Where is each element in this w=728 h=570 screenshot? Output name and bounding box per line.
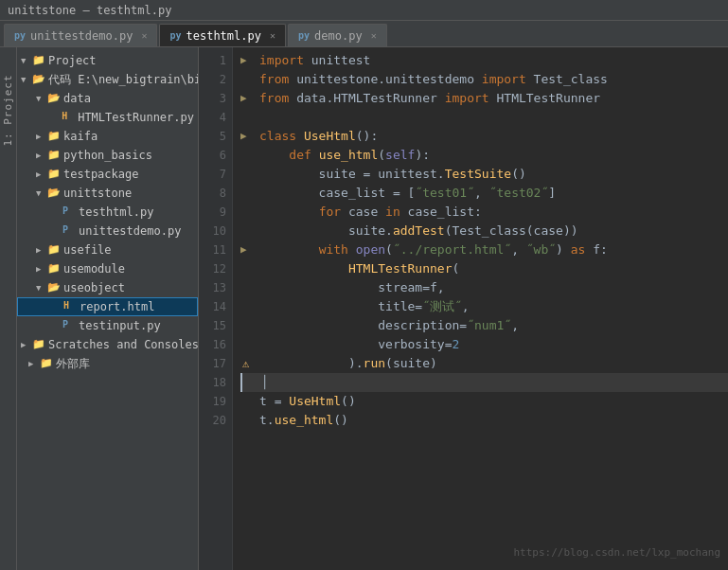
tree-kaifa-folder[interactable]: ▶ 📁 kaifa xyxy=(17,127,198,146)
tree-project-root[interactable]: ▼ 📁 Project xyxy=(17,51,198,70)
string-title: ˝测试˝ xyxy=(422,297,462,316)
tree-item-label: Scratches and Consoles xyxy=(48,338,199,351)
line-num-8: 8 xyxy=(199,184,226,203)
tree-htmltestrunner-file[interactable]: ▶ H HTMLTestRunner.py xyxy=(17,108,198,127)
tab-demo[interactable]: py demo.py ✕ xyxy=(288,24,387,46)
tree-item-label: testhtml.py xyxy=(79,205,153,219)
keyword-import3: import xyxy=(445,89,489,108)
tree-data-folder[interactable]: ▼ 📂 data xyxy=(17,89,198,108)
tab-testhtml[interactable]: py testhtml.py ✕ xyxy=(159,24,286,46)
folder-open-icon: 📂 xyxy=(47,187,61,200)
folder-icon: 📁 xyxy=(47,130,61,143)
line-num-7: 7 xyxy=(199,165,226,184)
main-area: 1: Project ▼ 📁 Project ▼ 📂 代码 E:\new_big… xyxy=(0,47,728,570)
tree-item-label: testinput.py xyxy=(79,319,161,332)
code-line-11: ▶ with open(˝../report.html˝, ˝wb˝) as f… xyxy=(240,240,728,259)
tree-testinput-file[interactable]: ▶ P testinput.py xyxy=(17,316,198,335)
py-file-icon: P xyxy=(62,205,76,219)
py-icon: py xyxy=(169,30,181,41)
py-file-icon: P xyxy=(62,319,76,332)
line-num-14: 14 xyxy=(199,297,226,316)
builtin-open: open xyxy=(356,240,385,259)
run-marker-5: ▶ xyxy=(240,127,247,146)
tree-external-libs-folder[interactable]: ▶ 📁 外部库 xyxy=(17,354,198,373)
number-2: 2 xyxy=(453,335,460,354)
keyword-with: with xyxy=(319,240,348,259)
line-num-19: 19 xyxy=(199,392,226,411)
keyword-for: for xyxy=(319,203,341,222)
arrow-icon: ▼ xyxy=(36,94,47,103)
code-line-7: suite = unittest.TestSuite() xyxy=(240,165,728,184)
tab-close-icon[interactable]: ✕ xyxy=(141,30,147,41)
code-line-5: ▶ class UseHtml(): xyxy=(240,127,728,146)
self-param: self xyxy=(385,146,415,165)
html-file-icon: H xyxy=(63,300,77,313)
keyword-from3: from xyxy=(259,89,289,108)
tab-label: demo.py xyxy=(314,29,363,43)
tree-item-label: usefile xyxy=(63,243,112,257)
keyword-def: def xyxy=(289,146,311,165)
tab-close-icon[interactable]: ✕ xyxy=(371,30,377,41)
tab-label: unittestdemo.py xyxy=(30,29,133,43)
run-marker-3: ▶ xyxy=(240,89,247,108)
code-area: 1 2 3 4 5 6 7 8 9 10 11 12 13 14 15 16 1… xyxy=(199,47,728,570)
code-line-10: suite.addTest(Test_class(case)) xyxy=(240,222,728,240)
py-file-icon: P xyxy=(62,224,76,238)
run-marker-1: ▶ xyxy=(240,51,247,70)
method-testsuite: TestSuite xyxy=(445,165,511,184)
code-line-8: case_list = [˝test01˝, ˝test02˝] xyxy=(240,184,728,203)
tree-item-label: testpackage xyxy=(63,168,138,181)
folder-open-icon: 📂 xyxy=(32,73,45,86)
folder-icon: 📁 xyxy=(47,262,61,276)
tree-testpackage-folder[interactable]: ▶ 📁 testpackage xyxy=(17,165,198,184)
tree-item-label: kaifa xyxy=(63,130,98,143)
folder-icon: 📁 xyxy=(40,357,53,370)
code-content: ▶ import unittest from unittestone.unitt… xyxy=(233,47,728,570)
tree-daima-folder[interactable]: ▼ 📂 代码 E:\new_bigtrain\bigtrain xyxy=(17,70,198,89)
code-line-2: from unittestone.unittestdemo import Tes… xyxy=(240,70,728,89)
line-num-10: 10 xyxy=(199,222,226,240)
line-num-5: 5 xyxy=(199,127,226,146)
tree-item-label: report.html xyxy=(80,300,154,313)
tree-unittstone-folder[interactable]: ▼ 📂 unittstone xyxy=(17,184,198,203)
string-test02: ˝test02˝ xyxy=(489,184,549,203)
arrow-icon: ▼ xyxy=(36,188,47,198)
code-editor[interactable]: 1 2 3 4 5 6 7 8 9 10 11 12 13 14 15 16 1… xyxy=(199,47,728,570)
arrow-icon: ▼ xyxy=(21,75,32,84)
code-line-18: │ xyxy=(240,373,728,392)
tree-unittestdemo-file[interactable]: ▶ P unittestdemo.py xyxy=(17,222,198,240)
class-usehtml: UseHtml xyxy=(289,392,341,411)
string-path: ˝../report.html˝ xyxy=(393,240,511,259)
tree-usefile-folder[interactable]: ▶ 📁 usefile xyxy=(17,240,198,259)
tab-bar: py unittestdemo.py ✕ py testhtml.py ✕ py… xyxy=(0,21,728,47)
folder-open-icon: 📂 xyxy=(47,281,61,294)
line-num-18: 18 xyxy=(199,373,226,392)
tree-python-basics-folder[interactable]: ▶ 📁 python_basics xyxy=(17,146,198,165)
arrow-icon: ▶ xyxy=(28,359,40,368)
code-line-20: t.use_html() xyxy=(240,411,728,430)
line-num-15: 15 xyxy=(199,316,226,335)
tab-unittestdemo[interactable]: py unittestdemo.py ✕ xyxy=(4,24,157,46)
tree-usemodule-folder[interactable]: ▶ 📁 usemodule xyxy=(17,259,198,278)
line-num-4: 4 xyxy=(199,108,226,127)
code-line-16: verbosity=2 xyxy=(240,335,728,354)
tree-testhtml-file[interactable]: ▶ P testhtml.py xyxy=(17,203,198,222)
tree-useobject-folder[interactable]: ▼ 📂 useobject xyxy=(17,278,198,297)
tab-close-icon[interactable]: ✕ xyxy=(270,30,275,41)
code-line-13: stream=f, xyxy=(240,278,728,297)
arrow-icon: ▶ xyxy=(36,169,47,179)
string-test01: ˝test01˝ xyxy=(415,184,474,203)
sidebar-vertical-label: 1: Project xyxy=(2,74,14,146)
keyword-import2: import xyxy=(482,70,526,89)
tree-report-html-file[interactable]: ▶ H report.html xyxy=(17,297,198,316)
line-num-11: 11 xyxy=(199,240,226,259)
tree-item-label: Project xyxy=(48,54,97,67)
line-num-6: 6 xyxy=(199,146,226,165)
code-line-9: for case in case_list: xyxy=(240,203,728,222)
tree-scratches-folder[interactable]: ▶ 📁 Scratches and Consoles xyxy=(17,335,198,354)
folder-icon: 📁 xyxy=(47,149,61,162)
sidebar-label-bar: 1: Project xyxy=(0,47,17,570)
arrow-icon: ▶ xyxy=(36,264,47,274)
line-num-17: 17 xyxy=(199,354,226,373)
line-num-2: 2 xyxy=(199,70,226,89)
